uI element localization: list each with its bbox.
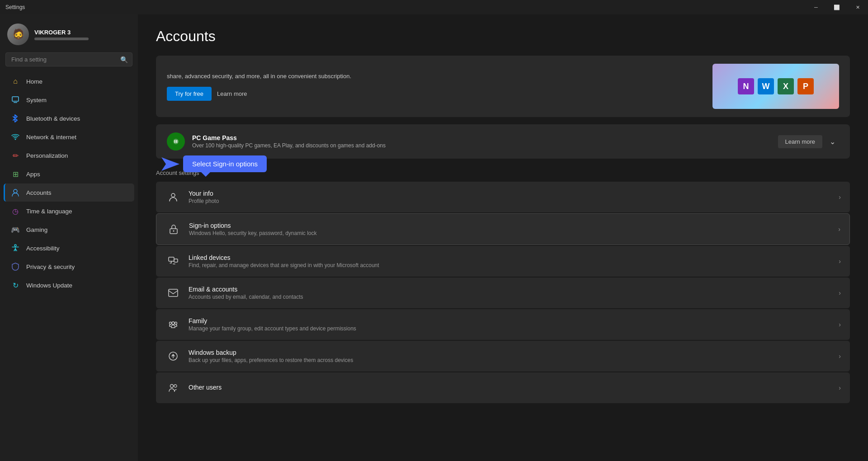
sidebar-item-accounts[interactable]: Accounts xyxy=(4,183,134,202)
email-icon xyxy=(165,285,181,301)
ms365-learn-more-button[interactable]: Learn more xyxy=(217,90,247,97)
gamepass-banner: PC Game Pass Over 100 high-quality PC ga… xyxy=(156,124,850,159)
time-icon: ◷ xyxy=(11,207,20,216)
accessibility-icon xyxy=(11,244,20,253)
email-title: Email & accounts xyxy=(189,286,831,293)
gamepass-chevron-button[interactable]: ⌄ xyxy=(826,136,839,148)
sidebar-item-accessibility[interactable]: Accessibility xyxy=(4,239,134,257)
other-users-chevron: › xyxy=(839,384,841,391)
svg-rect-1 xyxy=(14,102,17,103)
sidebar-item-label: Network & internet xyxy=(26,134,76,141)
sidebar-item-label: Privacy & security xyxy=(26,263,75,270)
svg-marker-6 xyxy=(161,157,179,171)
svg-point-3 xyxy=(14,189,17,193)
other-users-icon xyxy=(165,380,181,396)
backup-icon xyxy=(165,348,181,364)
titlebar-controls: ─ ⬜ ✕ xyxy=(806,0,868,14)
sidebar-item-privacy[interactable]: Privacy & security xyxy=(4,258,134,276)
maximize-button[interactable]: ⬜ xyxy=(826,0,847,14)
sidebar-item-home[interactable]: ⌂ Home xyxy=(4,72,134,90)
sidebar-item-personalization[interactable]: ✏ Personalization xyxy=(4,146,134,165)
gamepass-learn-more-button[interactable]: Learn more xyxy=(778,135,822,148)
ms365-left: share, advanced security, and more, all … xyxy=(167,72,702,101)
sidebar-item-label: Time & language xyxy=(26,208,72,215)
sidebar-item-label: Accessibility xyxy=(26,245,60,252)
main-content: Accounts share, advanced security, and m… xyxy=(138,14,868,461)
settings-item-email[interactable]: Email & accounts Accounts used by email,… xyxy=(156,278,850,308)
search-box: 🔍 xyxy=(5,52,132,66)
email-desc: Accounts used by email, calendar, and co… xyxy=(189,294,831,300)
system-icon xyxy=(11,95,20,104)
sign-in-info: Sign-in options Windows Hello, security … xyxy=(189,222,831,236)
sign-in-desc: Windows Hello, security key, password, d… xyxy=(189,230,831,236)
svg-rect-0 xyxy=(12,97,19,101)
sidebar-item-time[interactable]: ◷ Time & language xyxy=(4,202,134,220)
svg-point-15 xyxy=(170,322,172,325)
settings-item-other-users[interactable]: Other users › xyxy=(156,372,850,403)
your-info-icon xyxy=(165,189,181,205)
apps-icon: ⊞ xyxy=(11,169,20,179)
ms365-image: N W X P xyxy=(712,64,839,109)
ms365-banner: share, advanced security, and more, all … xyxy=(156,56,850,117)
titlebar-title: Settings xyxy=(5,4,25,10)
svg-rect-12 xyxy=(169,289,178,296)
other-users-info: Other users xyxy=(189,384,831,392)
sidebar-item-apps[interactable]: ⊞ Apps xyxy=(4,165,134,183)
your-info-title: Your info xyxy=(189,190,831,197)
other-users-title: Other users xyxy=(189,384,831,391)
sidebar-item-system[interactable]: System xyxy=(4,91,134,109)
account-settings-label: Account settings xyxy=(156,169,850,176)
powerpoint-icon: P xyxy=(797,78,814,94)
settings-item-linked-devices[interactable]: Linked devices Find, repair, and manage … xyxy=(156,246,850,277)
minimize-button[interactable]: ─ xyxy=(806,0,826,14)
backup-chevron: › xyxy=(839,353,841,360)
sign-in-icon xyxy=(165,221,182,237)
backup-title: Windows backup xyxy=(189,349,831,356)
update-icon: ↻ xyxy=(11,281,20,290)
linked-devices-title: Linked devices xyxy=(189,254,831,261)
gamepass-info: PC Game Pass Over 100 high-quality PC ga… xyxy=(192,134,771,149)
sidebar-item-label: Bluetooth & devices xyxy=(26,115,80,122)
settings-list: Your info Profile photo › Sign-in option… xyxy=(156,182,850,403)
network-icon xyxy=(11,132,20,141)
family-desc: Manage your family group, edit account t… xyxy=(189,325,831,332)
svg-rect-11 xyxy=(174,259,178,262)
sidebar-item-gaming[interactable]: 🎮 Gaming xyxy=(4,221,134,239)
sidebar-item-label: Personalization xyxy=(26,152,68,159)
ms365-text: share, advanced security, and more, all … xyxy=(167,72,438,81)
sidebar-item-label: Windows Update xyxy=(26,282,72,289)
privacy-icon xyxy=(11,262,20,271)
svg-point-17 xyxy=(170,385,174,388)
settings-item-family[interactable]: Family Manage your family group, edit ac… xyxy=(156,309,850,340)
svg-point-13 xyxy=(172,322,175,325)
linked-devices-desc: Find, repair, and manage devices that ar… xyxy=(189,262,831,268)
settings-item-sign-in[interactable]: Sign-in options Windows Hello, security … xyxy=(156,213,850,245)
settings-item-backup[interactable]: Windows backup Back up your files, apps,… xyxy=(156,341,850,372)
backup-desc: Back up your files, apps, preferences to… xyxy=(189,357,831,363)
sidebar-profile[interactable]: 🧔 VIKROGER 3 xyxy=(0,14,138,52)
gamepass-icon xyxy=(167,132,185,151)
gamepass-desc: Over 100 high-quality PC games, EA Play,… xyxy=(192,142,771,149)
linked-devices-info: Linked devices Find, repair, and manage … xyxy=(189,254,831,268)
word-icon: W xyxy=(758,78,774,94)
profile-bar xyxy=(34,38,89,40)
page-title: Accounts xyxy=(156,28,850,45)
try-free-button[interactable]: Try for free xyxy=(167,87,212,101)
sidebar-item-bluetooth[interactable]: Bluetooth & devices xyxy=(4,109,134,127)
search-icon: 🔍 xyxy=(120,56,128,63)
your-info-info: Your info Profile photo xyxy=(189,190,831,204)
sidebar: 🧔 VIKROGER 3 🔍 ⌂ Home System xyxy=(0,14,138,461)
sidebar-item-update[interactable]: ↻ Windows Update xyxy=(4,276,134,294)
profile-info: VIKROGER 3 xyxy=(34,29,89,40)
settings-item-your-info[interactable]: Your info Profile photo › xyxy=(156,182,850,212)
sidebar-item-network[interactable]: Network & internet xyxy=(4,128,134,146)
family-title: Family xyxy=(189,317,831,325)
email-chevron: › xyxy=(839,289,841,296)
svg-point-7 xyxy=(171,193,175,197)
search-input[interactable] xyxy=(5,52,132,66)
email-info: Email & accounts Accounts used by email,… xyxy=(189,286,831,300)
bluetooth-icon xyxy=(11,114,20,123)
svg-rect-10 xyxy=(169,257,174,261)
svg-point-9 xyxy=(173,230,175,232)
close-button[interactable]: ✕ xyxy=(847,0,868,14)
